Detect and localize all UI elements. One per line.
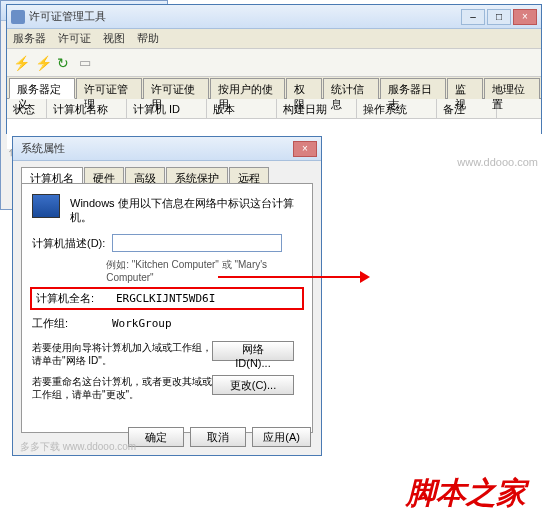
tab-user-use[interactable]: 按用户的使用 xyxy=(210,78,286,99)
sptab-adv[interactable]: 高级 xyxy=(125,167,165,183)
sysprop-ok-button[interactable]: 确定 xyxy=(128,427,184,447)
netid-text: 若要使用向导将计算机加入域或工作组，请单击"网络 ID"。 xyxy=(32,341,212,367)
tab-server-def[interactable]: 服务器定义 xyxy=(9,78,75,99)
col-build[interactable]: 构建日期 xyxy=(277,99,357,118)
sptab-remote[interactable]: 远程 xyxy=(229,167,269,183)
tab-stats[interactable]: 统计信息 xyxy=(323,78,379,99)
sysprop-apply-button[interactable]: 应用(A) xyxy=(252,427,311,447)
change-button[interactable]: 更改(C)... xyxy=(212,375,294,395)
info-text: Windows 使用以下信息在网络中标识这台计算机。 xyxy=(70,196,302,224)
sysprop-cancel-button[interactable]: 取消 xyxy=(190,427,246,447)
main-tabs: 服务器定义 许可证管理 许可证使用 按用户的使用 权限 统计信息 服务器日志 监… xyxy=(7,77,541,99)
fullname-value: ERGCLKIJNT5WD6I xyxy=(116,292,215,305)
col-notes[interactable]: 备注 xyxy=(437,99,497,118)
menu-server[interactable]: 服务器 xyxy=(13,31,46,46)
annotation-arrow xyxy=(218,276,368,278)
fullname-label: 计算机全名: xyxy=(36,291,116,306)
menu-view[interactable]: 视图 xyxy=(103,31,125,46)
tab-geo[interactable]: 地理位置 xyxy=(484,78,540,99)
connect-icon[interactable]: ⚡ xyxy=(13,55,29,71)
minimize-button[interactable]: – xyxy=(461,9,485,25)
app-icon xyxy=(11,10,25,24)
tab-log[interactable]: 服务器日志 xyxy=(380,78,446,99)
desc-label: 计算机描述(D): xyxy=(32,236,112,251)
menu-help[interactable]: 帮助 xyxy=(137,31,159,46)
sptab-name[interactable]: 计算机名 xyxy=(21,167,83,183)
toolbar: ⚡ ⚡ ↻ ▭ xyxy=(7,49,541,77)
sysprop-titlebar: 系统属性 × xyxy=(13,137,321,161)
refresh-icon[interactable]: ↻ xyxy=(57,55,73,71)
tab-lic-mgmt[interactable]: 许可证管理 xyxy=(76,78,142,99)
change-text: 若要重命名这台计算机，或者更改其域或工作组，请单击"更改"。 xyxy=(32,375,212,401)
workgroup-value: WorkGroup xyxy=(112,317,172,330)
document-icon[interactable]: ▭ xyxy=(79,55,95,71)
menu-license[interactable]: 许可证 xyxy=(58,31,91,46)
brand-text: 脚本之家 xyxy=(406,473,526,514)
netid-button[interactable]: 网络 ID(N)... xyxy=(212,341,294,361)
sptab-prot[interactable]: 系统保护 xyxy=(166,167,228,183)
main-title: 许可证管理工具 xyxy=(29,9,461,24)
desc-input[interactable] xyxy=(112,234,282,252)
close-button[interactable]: × xyxy=(513,9,537,25)
col-id[interactable]: 计算机 ID xyxy=(127,99,207,118)
sysprop-body: Windows 使用以下信息在网络中标识这台计算机。 计算机描述(D): 例如:… xyxy=(21,183,313,433)
main-titlebar: 许可证管理工具 – □ × xyxy=(7,5,541,29)
example-text: 例如: "Kitchen Computer" 或 "Mary's Compute… xyxy=(106,258,302,283)
watermark-2: 多多下载 www.ddooo.com xyxy=(20,440,136,454)
sptab-hw[interactable]: 硬件 xyxy=(84,167,124,183)
computer-icon xyxy=(32,194,60,218)
highlight-box: 计算机全名: ERGCLKIJNT5WD6I xyxy=(30,287,304,310)
sysprop-close-button[interactable]: × xyxy=(293,141,317,157)
workgroup-label: 工作组: xyxy=(32,316,112,331)
disconnect-icon[interactable]: ⚡ xyxy=(35,55,51,71)
maximize-button[interactable]: □ xyxy=(487,9,511,25)
tab-monitor[interactable]: 监视 xyxy=(447,78,483,99)
watermark-1: www.ddooo.com xyxy=(457,156,538,168)
main-window: 许可证管理工具 – □ × 服务器 许可证 视图 帮助 ⚡ ⚡ ↻ ▭ 服务器定… xyxy=(6,4,542,134)
tab-lic-use[interactable]: 许可证使用 xyxy=(143,78,209,99)
tab-perm[interactable]: 权限 xyxy=(286,78,322,99)
menubar: 服务器 许可证 视图 帮助 xyxy=(7,29,541,49)
system-properties-dialog: 系统属性 × 计算机名 硬件 高级 系统保护 远程 Windows 使用以下信息… xyxy=(12,136,322,456)
sysprop-title: 系统属性 xyxy=(21,141,293,156)
sysprop-tabs: 计算机名 硬件 高级 系统保护 远程 xyxy=(13,161,321,183)
